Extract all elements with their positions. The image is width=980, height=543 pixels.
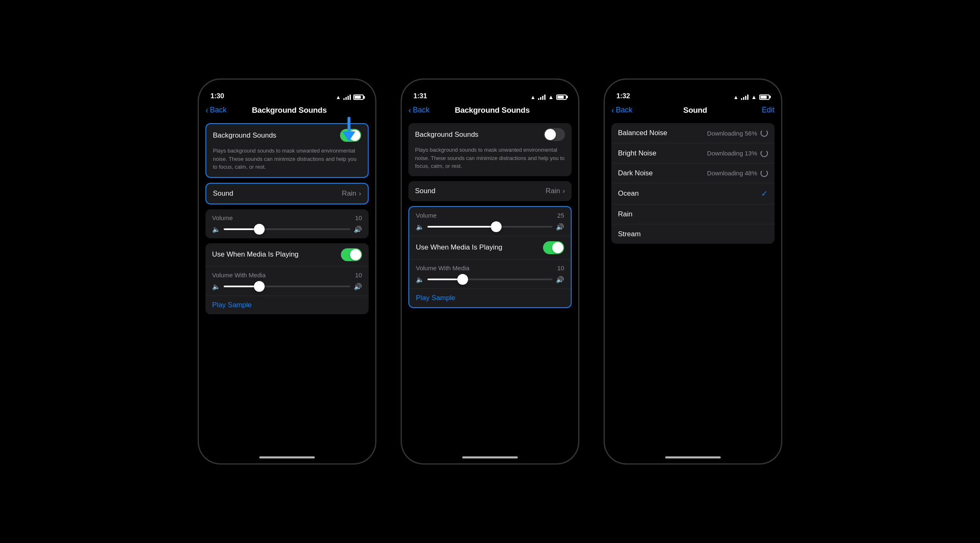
volume-thumb-1[interactable] <box>254 224 265 235</box>
signal-bars-3 <box>741 95 748 100</box>
sound-name-dark-noise: Dark Noise <box>618 169 653 177</box>
volume-fill-2 <box>427 226 496 228</box>
volume-track-1[interactable] <box>224 228 350 230</box>
use-when-media-row-1: Use When Media Is Playing <box>205 243 369 266</box>
toggle-knob-bg-2 <box>545 129 556 140</box>
sound-item-right-ocean: ✓ <box>761 189 768 199</box>
sound-item-stream[interactable]: Stream <box>611 224 775 244</box>
media-section-1: Use When Media Is Playing Volume With Me… <box>205 243 369 314</box>
bg-sounds-toggle-2[interactable] <box>544 128 565 141</box>
back-chevron-1: ‹ <box>205 105 208 115</box>
status-icons-1: ▲ <box>336 94 364 100</box>
sound-row-1[interactable]: Sound Rain › <box>206 184 368 204</box>
nav-title-1: Background Sounds <box>252 106 327 115</box>
phone-3-screen: 1:32 ▲ ▲ ‹ <box>605 80 781 463</box>
volume-fill-1 <box>224 228 259 230</box>
content-3: Balanced Noise Downloading 56% Bright No… <box>605 120 781 453</box>
phones-container: 1:30 ▲ ‹ Bac <box>181 62 799 481</box>
spinner-dark <box>760 170 768 177</box>
signal-bar-3 <box>348 96 349 100</box>
status-icons-2: ▲ ▲ <box>530 94 567 100</box>
sound-section-2[interactable]: Sound Rain › <box>408 181 572 201</box>
checkmark-ocean: ✓ <box>761 189 768 199</box>
sound-item-right-dark: Downloading 48% <box>707 170 768 177</box>
content-1: Background Sounds Plays background sound… <box>199 120 375 453</box>
vol-with-media-thumb-1[interactable] <box>254 281 265 292</box>
nav-back-1[interactable]: ‹ Back <box>205 105 227 115</box>
status-time-2: 1:31 <box>413 92 427 100</box>
vol-with-media-track-1[interactable] <box>224 286 350 287</box>
phone-2: 1:31 ▲ ▲ ‹ <box>401 79 579 464</box>
phone-2-screen: 1:31 ▲ ▲ ‹ <box>402 80 578 463</box>
status-icons-3: ▲ ▲ <box>733 94 770 100</box>
sound-label-2: Sound <box>415 187 435 195</box>
vol-with-media-slider-row-2: 🔈 🔊 <box>416 276 564 284</box>
volume-track-2[interactable] <box>427 226 553 228</box>
home-indicator-2 <box>462 456 518 458</box>
sound-section-1[interactable]: Sound Rain › <box>205 183 369 204</box>
sound-value-text-2: Rain <box>546 187 560 195</box>
vol-with-media-max-icon-2: 🔊 <box>556 276 564 284</box>
sound-item-bright-noise[interactable]: Bright Noise Downloading 13% <box>611 143 775 163</box>
nav-edit-3[interactable]: Edit <box>758 106 775 114</box>
volume-slider-row-1: 🔈 🔊 <box>212 225 362 233</box>
sound-name-bright-noise: Bright Noise <box>618 149 657 158</box>
back-label-1[interactable]: Back <box>210 106 227 114</box>
sound-status-dark: Downloading 48% <box>707 170 757 177</box>
bg-sounds-row-2: Background Sounds <box>408 123 572 146</box>
status-time-1: 1:30 <box>210 92 224 100</box>
sound-label-1: Sound <box>213 189 233 198</box>
arrow-shaft-1 <box>348 117 350 131</box>
volume-thumb-2[interactable] <box>491 221 502 232</box>
arrow-annotation-1 <box>342 117 355 141</box>
bg-sounds-label-1: Background Sounds <box>213 131 276 140</box>
sound-item-dark-noise[interactable]: Dark Noise Downloading 48% <box>611 163 775 183</box>
use-when-media-toggle-2[interactable] <box>543 241 564 254</box>
dynamic-island-3 <box>668 85 718 99</box>
location-icon-3: ▲ <box>733 94 739 100</box>
play-sample-button-2[interactable]: Play Sample <box>416 291 455 303</box>
vol-with-media-label-row-1: Volume With Media 10 <box>212 272 362 279</box>
volume-label-2: Volume <box>416 212 437 219</box>
volume-min-icon-2: 🔈 <box>416 223 424 231</box>
highlighted-section-2: Volume 25 🔈 🔊 <box>408 206 572 308</box>
home-indicator-1 <box>259 456 315 458</box>
sound-row-2[interactable]: Sound Rain › <box>408 181 572 201</box>
dynamic-island-1 <box>262 85 312 99</box>
bg-sounds-label-2: Background Sounds <box>415 131 478 139</box>
vol-with-media-track-2[interactable] <box>427 279 553 280</box>
sound-name-ocean: Ocean <box>618 189 639 198</box>
vol-with-media-label-2: Volume With Media <box>416 264 469 272</box>
sound-item-rain[interactable]: Rain <box>611 204 775 224</box>
volume-label-1: Volume <box>212 214 233 221</box>
content-2: Background Sounds Plays background sound… <box>402 120 578 453</box>
signal-bars-2 <box>538 95 546 100</box>
use-when-media-toggle-1[interactable] <box>341 248 362 261</box>
nav-back-3[interactable]: ‹ Back <box>611 105 632 115</box>
bg-sounds-section-2: Background Sounds Plays background sound… <box>408 123 572 176</box>
nav-back-2[interactable]: ‹ Back <box>408 105 430 115</box>
use-when-media-label-1: Use When Media Is Playing <box>212 250 299 259</box>
signal-bars-1 <box>343 95 351 100</box>
volume-label-row-1: Volume 10 <box>212 214 362 221</box>
phone-3: 1:32 ▲ ▲ ‹ <box>604 79 782 464</box>
sound-item-ocean[interactable]: Ocean ✓ <box>611 183 775 204</box>
back-chevron-2: ‹ <box>408 105 411 115</box>
signal-bar-1 <box>343 98 345 100</box>
sound-name-balanced-noise: Balanced Noise <box>618 129 667 137</box>
home-indicator-3 <box>665 456 721 458</box>
signal-bar-2 <box>345 97 347 100</box>
back-label-3[interactable]: Back <box>616 106 632 114</box>
nav-title-3: Sound <box>683 106 707 115</box>
vol-with-media-slider-row-1: 🔈 🔊 <box>212 283 362 291</box>
sound-name-stream: Stream <box>618 230 641 238</box>
spinner-bright <box>760 150 768 157</box>
vol-with-media-thumb-2[interactable] <box>457 274 468 285</box>
volume-slider-row-2: 🔈 🔊 <box>416 223 564 231</box>
sound-item-balanced-noise[interactable]: Balanced Noise Downloading 56% <box>611 123 775 143</box>
play-sample-button-1[interactable]: Play Sample <box>212 298 251 310</box>
back-label-2[interactable]: Back <box>413 106 430 114</box>
sound-status-bright: Downloading 13% <box>707 150 757 157</box>
sound-chevron-1: › <box>359 189 361 198</box>
sound-item-right-bright: Downloading 13% <box>707 150 768 157</box>
